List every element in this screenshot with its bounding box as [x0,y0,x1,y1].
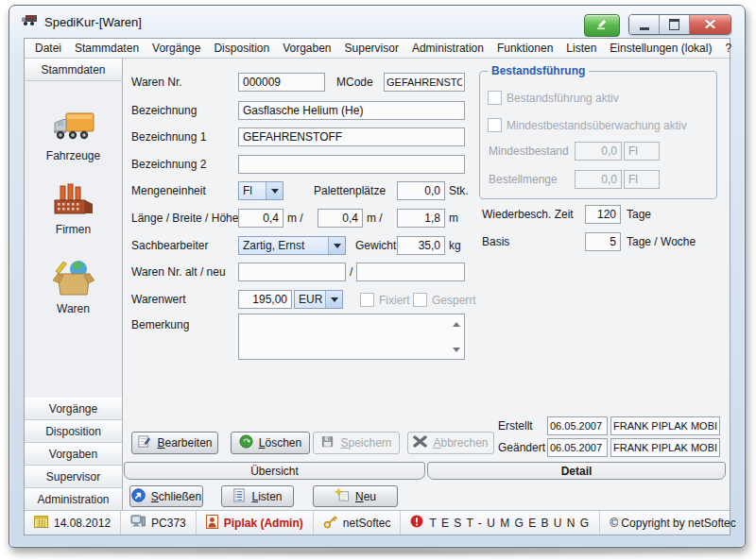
palettenplaetze-unit: Stk. [449,181,469,200]
tab-uebersicht[interactable]: Übersicht [124,462,425,480]
mengeneinheit-dropdown[interactable]: Fl [238,181,284,200]
sidebar-item-vorgaben[interactable]: Vorgaben [25,443,122,466]
wiederbesch-unit: Tage [627,205,651,224]
checkbox-icon [360,293,374,307]
menu-item-supervisor[interactable]: Supervisor [338,40,405,57]
bezeichnung-input[interactable] [238,101,465,120]
waren-neu-input[interactable] [356,263,465,281]
mengeneinheit-label: Mengeneinheit [131,181,206,200]
sidebar-item-disposition[interactable]: Disposition [25,420,122,443]
erstellt-user-input[interactable] [610,416,720,435]
minimize-button[interactable] [629,15,660,34]
erstellt-date-input[interactable] [547,416,608,435]
recycle-icon [239,434,253,451]
gewicht-input[interactable] [397,236,445,255]
bestandsfuehrung-groupbox: Bestandsführung Bestandsführung aktiv Mi… [479,71,717,199]
loeschen-button[interactable]: Löschen [231,432,310,454]
save-icon [320,434,335,451]
mcode-label: MCode [336,73,373,92]
checkbox-icon [488,118,502,132]
sidebar-shortcut-label: Firmen [56,223,91,236]
bezeichnung2-input[interactable] [238,155,465,174]
mindestbestand-ueberwachung-checkbox[interactable]: Mindestbestandsüberwachung aktiv [488,118,687,132]
basis-input[interactable] [585,232,621,251]
mindestbestand-input[interactable] [575,142,622,161]
bezeichnung-label: Bezeichnung [131,101,197,120]
geaendert-user-input[interactable] [610,438,720,457]
status-copyright: © Copyright by netSoftec [600,511,746,535]
sidebar-item-administration[interactable]: Administration [25,488,122,510]
speichern-label: Speichern [340,436,391,450]
schliessen-button[interactable]: Schließen [129,485,203,507]
menu-item-stammdaten[interactable]: Stammdaten [68,40,146,57]
menu-item-einstellungen[interactable]: Einstellungen (lokal) [603,40,718,57]
breite-input[interactable] [318,209,363,228]
bestandsfuehrung-aktiv-label: Bestandsführung aktiv [507,92,619,105]
menu-item-hilfe[interactable]: ? [718,40,738,57]
abbrechen-button[interactable]: Abbrechen [407,432,494,454]
menu-item-funktionen[interactable]: Funktionen [490,40,559,57]
sidebar-item-supervisor[interactable]: Supervisor [25,466,122,488]
neu-button[interactable]: Neu [313,485,398,507]
waren-alt-input[interactable] [238,263,346,281]
chevron-down-icon [325,291,342,308]
computer-icon [130,515,146,531]
maximize-button[interactable] [660,15,690,34]
menu-item-datei[interactable]: Datei [28,40,68,57]
waren-alt-neu-label: Waren Nr. alt / neu [131,263,226,281]
warenwert-input[interactable] [238,290,292,309]
app-body: Stammdaten [25,59,730,510]
menu-item-vorgaenge[interactable]: Vorgänge [146,40,207,57]
scroll-down-icon[interactable] [451,346,462,357]
sachbearbeiter-dropdown[interactable]: Zartig, Ernst [238,236,346,255]
key-icon [323,515,337,532]
hoehe-input[interactable] [397,209,445,228]
sidebar-shortcut-waren[interactable]: Waren [53,259,94,315]
mindestbestand-ueberwachung-label: Mindestbestandsüberwachung aktiv [507,119,687,132]
currency-dropdown[interactable]: EUR [294,290,343,309]
menubar: Datei Stammdaten Vorgänge Disposition Vo… [25,39,730,59]
gesperrt-checkbox[interactable]: Gesperrt [413,293,476,307]
sidebar-shortcut-fahrzeuge[interactable]: Fahrzeuge [46,110,100,162]
close-button[interactable] [690,15,730,34]
mcode-input[interactable] [384,73,465,92]
menu-item-administration[interactable]: Administration [405,40,490,57]
warenwert-label: Warenwert [131,290,186,309]
menu-item-vorgaben[interactable]: Vorgaben [276,40,337,57]
palettenplaetze-input[interactable] [397,181,445,200]
status-vendor-text: netSoftec [343,517,391,530]
sidebar-header-stammdaten[interactable]: Stammdaten [25,59,122,81]
bestellmenge-input[interactable] [575,170,622,189]
bestandsfuehrung-aktiv-checkbox[interactable]: Bestandsführung aktiv [488,91,619,105]
menu-item-listen[interactable]: Listen [559,40,603,57]
bearbeiten-label: Bearbeiten [157,436,212,450]
sidebar-item-vorgaenge[interactable]: Vorgänge [25,398,122,420]
status-environment-text: T E S T - U M G E B U N G [429,517,590,530]
bezeichnung1-input[interactable] [238,127,465,146]
wiederbesch-input[interactable] [585,205,621,224]
status-user-text: Piplak (Admin) [224,517,303,530]
status-environment: T E S T - U M G E B U N G [401,511,600,535]
listen-button[interactable]: Listen [221,485,294,507]
fixiert-checkbox[interactable]: Fixiert [360,293,410,307]
groupbox-title: Bestandsführung [488,64,589,77]
close-icon [705,18,715,31]
waren-nr-input[interactable] [238,73,325,92]
sidebar-shortcut-firmen[interactable]: Firmen [52,183,95,236]
close-arrow-icon [131,488,146,505]
tab-uebersicht-label: Übersicht [250,465,299,478]
laenge-input[interactable] [238,209,284,228]
geaendert-date-input[interactable] [547,438,608,457]
speichern-button[interactable]: Speichern [313,432,400,454]
box-icon [53,259,94,299]
waren-nr-label: Waren Nr. [131,73,182,92]
bemerkung-textarea[interactable] [238,314,465,360]
scroll-up-icon[interactable] [451,316,462,328]
menu-item-disposition[interactable]: Disposition [207,40,276,57]
titlebar-green-button[interactable] [584,14,620,37]
currency-value: EUR [299,293,322,306]
bezeichnung2-label: Bezeichnung 2 [131,155,206,174]
mindestbestand-unit: Fl [624,142,660,161]
bearbeiten-button[interactable]: Bearbeiten [131,432,218,454]
tab-detail[interactable]: Detail [427,462,726,480]
